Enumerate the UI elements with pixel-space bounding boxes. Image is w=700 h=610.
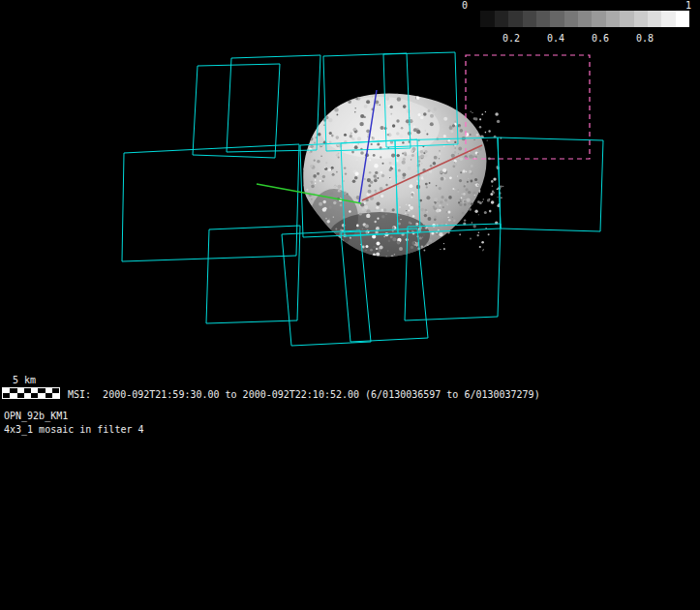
app-window: 0 1 0.20.40.60.8 <box>0 0 700 610</box>
highlight-footprint-outline <box>466 55 590 159</box>
asteroid-model <box>295 93 503 259</box>
footprint-outline <box>122 144 299 261</box>
scalebar-checker <box>2 387 60 399</box>
3d-mosaic-view[interactable] <box>0 0 700 610</box>
footprint-outline <box>498 137 603 231</box>
mosaic-description: 4x3_1 mosaic in filter 4 <box>4 424 144 435</box>
scalebar-label: 5 km <box>13 375 36 385</box>
msi-time-range-line: MSI: 2000-092T21:59:30.00 to 2000-092T22… <box>68 389 540 400</box>
footprint-outline <box>227 55 320 152</box>
footprint-outline <box>206 226 300 323</box>
footprint-outline <box>193 64 280 158</box>
sequence-id: OPN_92b_KM1 <box>4 411 68 421</box>
